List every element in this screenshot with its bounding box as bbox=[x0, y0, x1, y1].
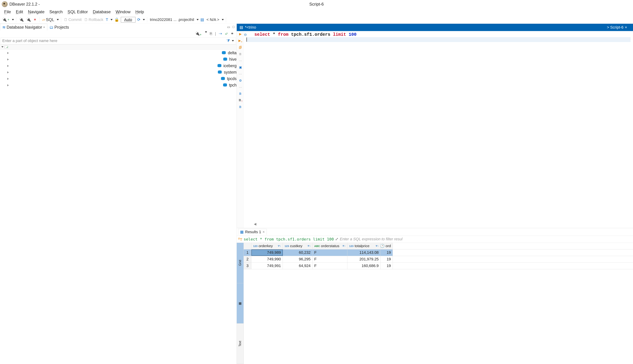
connection-row[interactable]: ✔ bbox=[0, 44, 236, 50]
new-connection-mini-menu[interactable] bbox=[205, 32, 207, 33]
close-icon[interactable]: × bbox=[43, 26, 45, 29]
transaction-mode-menu[interactable] bbox=[111, 19, 113, 20]
new-connection-menu[interactable] bbox=[12, 19, 14, 20]
menu-help[interactable]: Help bbox=[135, 10, 144, 14]
filter-menu[interactable] bbox=[232, 40, 234, 42]
datasource-selector[interactable]: trino2022081 ... .projecthil bbox=[149, 17, 195, 22]
column-header-orderkey[interactable]: 123 orderkey⧩↕ bbox=[251, 243, 283, 249]
cell-ord[interactable]: 19 bbox=[381, 250, 393, 256]
settings-icon[interactable]: ⚙ bbox=[238, 79, 242, 82]
results-grid[interactable]: 123 orderkey⧩↕ 123 custkey⧩↕ ABC orderst… bbox=[244, 243, 633, 364]
cell-orderstatus[interactable]: F bbox=[312, 263, 347, 269]
show-panel-button[interactable]: ▣ bbox=[238, 66, 242, 69]
cell-totalprice[interactable]: 114,143.08 bbox=[347, 250, 381, 256]
view-text-button[interactable]: Text bbox=[237, 324, 243, 364]
schema-item-tpcds[interactable]: tpcds bbox=[7, 76, 236, 81]
link-icon[interactable]: ⚭ bbox=[231, 32, 234, 37]
tab-database-navigator[interactable]: ≋ Database Navigator × bbox=[0, 24, 47, 30]
cell-orderstatus[interactable]: F bbox=[312, 250, 347, 256]
menu-window[interactable]: Window bbox=[116, 10, 130, 14]
execute-new-tab-button[interactable]: ▶+ bbox=[238, 39, 242, 43]
commit-button[interactable]: 🗋 Commit bbox=[63, 17, 82, 22]
explain-plan-button[interactable]: 🗎 bbox=[238, 52, 242, 56]
lock-icon[interactable]: 🔒 bbox=[114, 17, 120, 22]
close-icon[interactable]: × bbox=[625, 25, 627, 30]
auto-commit-button[interactable]: Auto bbox=[121, 17, 135, 22]
cell-orderstatus[interactable]: F bbox=[312, 256, 347, 262]
tab-results-1[interactable]: ▦ Results 1 × bbox=[238, 229, 267, 235]
cell-ord[interactable]: 19 bbox=[381, 263, 393, 269]
table-row[interactable]: 2 749,990 96,295 F 201,979.25 19 bbox=[244, 256, 633, 263]
connect-button[interactable]: 🔌 bbox=[18, 17, 25, 22]
schema-item-iceberg[interactable]: iceberg bbox=[7, 64, 236, 68]
table-row[interactable]: 3 749,991 64,924 F 160,686.9 19 bbox=[244, 263, 633, 269]
cell-custkey[interactable]: 60,232 bbox=[283, 250, 312, 256]
history-menu[interactable] bbox=[143, 19, 145, 20]
chevron-right-icon[interactable] bbox=[7, 78, 219, 80]
sql-editor[interactable]: ⊖ select * from tpch.sf1.orders limit 10… bbox=[244, 31, 633, 228]
schema-item-delta[interactable]: delta bbox=[7, 50, 236, 55]
cell-ord[interactable]: 19 bbox=[381, 256, 393, 262]
chevron-right-icon[interactable] bbox=[7, 84, 221, 86]
chevron-down-icon[interactable] bbox=[2, 46, 4, 48]
schema-menu[interactable] bbox=[222, 19, 224, 20]
chevron-right-icon[interactable] bbox=[7, 65, 215, 67]
execute-script-button[interactable]: 🗐 bbox=[238, 46, 242, 50]
column-header-orderstatus[interactable]: ABC orderstatus⧩↕ bbox=[312, 243, 347, 249]
sql-editor-menu[interactable] bbox=[57, 19, 59, 20]
history-icon[interactable]: ⟳ bbox=[137, 17, 141, 22]
column-header-ord[interactable]: 🕑 ord bbox=[381, 243, 393, 249]
sql-editor-button[interactable]: ▱ SQL bbox=[42, 17, 55, 22]
schema-item-system[interactable]: system bbox=[7, 70, 236, 75]
menu-database[interactable]: Database bbox=[93, 10, 111, 14]
export-button[interactable]: 🗎 bbox=[238, 105, 242, 109]
save-button[interactable]: 🗎 bbox=[238, 92, 242, 96]
datasource-menu[interactable] bbox=[197, 19, 199, 20]
menu-search[interactable]: Search bbox=[49, 10, 63, 14]
results-filter-input[interactable]: Enter a SQL expression to filter resul bbox=[340, 237, 631, 242]
tab-projects[interactable]: 🗂 Projects bbox=[47, 24, 71, 30]
new-connection-button[interactable]: 🔌+ bbox=[2, 17, 10, 22]
menu-edit[interactable]: Edit bbox=[16, 10, 23, 14]
save-error-button[interactable]: 🗎! bbox=[238, 98, 242, 102]
close-icon[interactable]: × bbox=[262, 230, 265, 234]
column-rownum[interactable] bbox=[244, 243, 251, 249]
cell-totalprice[interactable]: 160,686.9 bbox=[347, 263, 381, 269]
grid-mode-icon[interactable]: ▦ bbox=[237, 283, 243, 324]
expand-icon[interactable]: ⤢ bbox=[335, 237, 338, 242]
new-folder-icon[interactable]: ⎘ bbox=[210, 32, 212, 37]
menu-sql-editor[interactable]: SQL Editor bbox=[68, 10, 88, 14]
collapse-icon[interactable]: ⇢ bbox=[219, 32, 222, 37]
chevron-right-icon[interactable] bbox=[7, 71, 216, 74]
transaction-mode-button[interactable]: T bbox=[105, 17, 109, 22]
view-grid-button[interactable]: Grid bbox=[237, 243, 243, 283]
chevron-right-icon[interactable] bbox=[7, 58, 221, 60]
schema-item-hive[interactable]: hive bbox=[7, 57, 236, 62]
fold-icon[interactable]: ⊖ bbox=[244, 32, 247, 38]
cell-totalprice[interactable]: 201,979.25 bbox=[347, 256, 381, 262]
reconnect-button[interactable]: 🔌 bbox=[26, 17, 32, 22]
cell-custkey[interactable]: 96,295 bbox=[283, 256, 312, 262]
new-connection-mini-button[interactable]: 🔌+ bbox=[195, 32, 202, 37]
column-header-custkey[interactable]: 123 custkey⧩↕ bbox=[283, 243, 312, 249]
rollback-button[interactable]: 🗋 Rollback bbox=[84, 17, 104, 22]
scrollbar-left-icon[interactable]: ◄ bbox=[254, 222, 256, 227]
refresh-icon[interactable]: ⤾ bbox=[225, 32, 228, 37]
column-header-totalprice[interactable]: 123 totalprice⧩↕ bbox=[347, 243, 381, 249]
filter-funnel-icon[interactable]: ⧩ bbox=[227, 38, 230, 43]
execute-button[interactable]: ▶ bbox=[238, 32, 242, 36]
minimize-icon[interactable]: ▭ bbox=[227, 25, 230, 29]
schema-item-tpch[interactable]: tpch bbox=[7, 83, 236, 88]
chevron-right-icon[interactable] bbox=[7, 52, 220, 54]
menu-file[interactable]: File bbox=[4, 10, 11, 14]
cell-orderkey[interactable]: 749,991 bbox=[251, 263, 283, 269]
menu-navigate[interactable]: Navigate bbox=[28, 10, 45, 14]
nav-filter-input[interactable] bbox=[1, 38, 224, 44]
cell-custkey[interactable]: 64,924 bbox=[283, 263, 312, 269]
editor-tab-script6[interactable]: ▤ *<trino > Script-6 × bbox=[237, 24, 633, 31]
cell-orderkey[interactable]: 749,989 bbox=[251, 250, 283, 256]
cell-orderkey[interactable]: 749,990 bbox=[251, 256, 283, 262]
disconnect-button[interactable]: ✶ bbox=[33, 17, 37, 22]
table-row[interactable]: 1 749,989 60,232 F 114,143.08 19 bbox=[244, 250, 633, 256]
maximize-icon[interactable]: □ bbox=[232, 25, 234, 29]
